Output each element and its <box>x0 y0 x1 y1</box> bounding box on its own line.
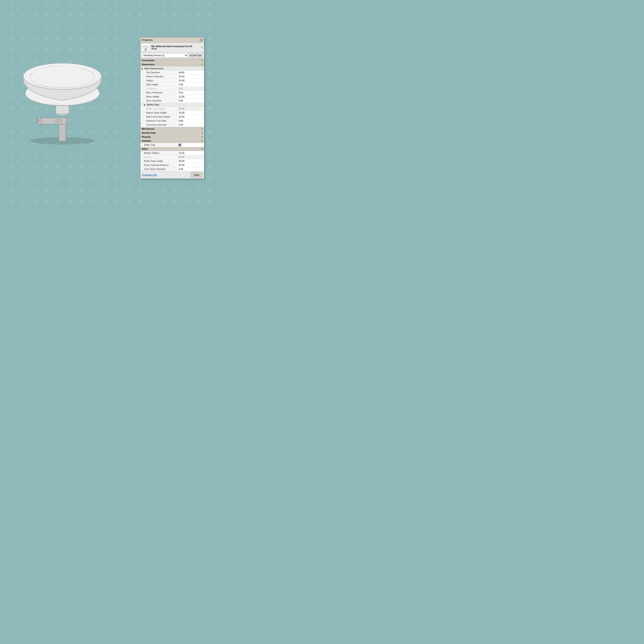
prop-name-drain-opening-distance: Drain Opening Distance <box>140 163 177 167</box>
prop-value-base-thickness[interactable]: 3.00 <box>177 91 204 95</box>
bottle-trap-checkbox[interactable] <box>179 144 181 146</box>
bottle-trap-expand-icon: ▶ <box>144 104 146 106</box>
prop-row-drain-diameter: Drain Diameter 5.00 <box>140 99 204 103</box>
category-selector[interactable]: Plumbing Fixtures (1) <box>142 53 188 58</box>
prop-row-inner-drain-diameter: Inner Drain Diameter 4.40 <box>140 167 204 171</box>
prop-row-connector-diameter: Connector Diameter 3.20 <box>140 123 204 127</box>
item-icon-box <box>142 43 150 52</box>
edit-type-button[interactable]: ⊞ Edit Type <box>189 53 203 58</box>
item-name-line2: White <box>151 47 192 50</box>
prop-row-drain-opening-distance: Drain Opening Distance 20.00 <box>140 163 204 167</box>
prop-value-wall-connection-height[interactable]: 15.00 <box>177 115 204 119</box>
header-dropdown-arrow[interactable]: ▼ <box>201 46 203 49</box>
mechanical-label: Mechanical <box>142 128 154 130</box>
properties-panel: Properties ✕ RD_Bathroom Sink Countertop… <box>140 37 204 179</box>
identity-data-collapse-icon: ⬇ <box>201 132 203 134</box>
group-main-dimensions[interactable]: ▶ Main Dimensions <box>140 66 204 70</box>
section-mechanical[interactable]: Mechanical ⬇ <box>140 127 204 131</box>
prop-row-bottom-body-height: Bottom Body Height 15.00 <box>140 111 204 115</box>
prop-row-base-thickness: Base Thickness 3.00 <box>140 91 204 95</box>
phasing-collapse-icon: ⬇ <box>201 136 203 138</box>
prop-row-thickness: Thickness 1.00 <box>140 87 204 91</box>
item-name: RD_Bathroom Sink Countertop Circ 04 Whit… <box>151 45 192 50</box>
prop-value-drain-diameter[interactable]: 5.00 <box>177 99 204 103</box>
prop-name-wall-connection-height: Wall Connection Height <box>140 115 177 119</box>
prop-value-connector-diameter[interactable]: 3.20 <box>177 123 204 127</box>
prop-name-bottle-trap-height: Bottle Trap Height <box>140 107 177 111</box>
section-dimensions[interactable]: Dimensions ⬆ <box>140 62 204 66</box>
main-dimensions-label: Main Dimensions <box>144 67 164 70</box>
svg-point-31 <box>145 48 147 49</box>
prop-value-bottle-trap-length[interactable]: 20.00 <box>177 159 204 163</box>
prop-value-visibility-bottle-trap[interactable] <box>177 143 204 147</box>
prop-value-bottom-diameter[interactable]: 22.00 <box>177 74 204 78</box>
svg-point-28 <box>25 63 100 88</box>
prop-value-distance-from-wall[interactable]: 0.00 <box>177 119 204 123</box>
group-bottle-trap[interactable]: ▶ Bottle Trap <box>140 103 204 107</box>
selector-row: Plumbing Fixtures (1) ⊞ Edit Type <box>140 53 204 58</box>
properties-scroll-area[interactable]: Constraints ⬆ Dimensions ⬆ ▶ Ma <box>140 58 204 171</box>
prop-value-inner-drain-diameter[interactable]: 4.40 <box>177 167 204 171</box>
prop-row-visibility-bottle-trap: Bottle Trap <box>140 143 204 147</box>
prop-row-bottom-diameter: Bottom Diameter 22.00 <box>140 74 204 78</box>
sink-icon <box>142 44 149 51</box>
prop-value-side-height[interactable]: 5.00 <box>177 83 204 87</box>
prop-value-radius: 20.00 <box>177 155 204 159</box>
prop-row-side-height: Side Height 5.00 <box>140 83 204 87</box>
properties-table: Constraints ⬆ Dimensions ⬆ ▶ Ma <box>140 58 204 171</box>
section-constraints[interactable]: Constraints ⬆ <box>140 58 204 62</box>
apply-button[interactable]: Apply <box>191 172 202 177</box>
prop-row-radius: Radius 20.00 <box>140 155 204 159</box>
prop-name-radius: Radius <box>140 155 177 159</box>
edit-type-label: Edit Type <box>192 54 201 57</box>
panel-header: RD_Bathroom Sink Countertop Circ 04 Whit… <box>140 43 204 53</box>
prop-value-height[interactable]: 15.00 <box>177 78 204 83</box>
section-visibility[interactable]: Visibility ⬆ <box>140 139 204 143</box>
prop-row-bottle-trap-length: Bottle Trap Length 20.00 <box>140 159 204 163</box>
prop-name-bottle-trap-length: Bottle Trap Length <box>140 159 177 163</box>
dimensions-label: Dimensions <box>142 63 155 66</box>
prop-row-height: Height 15.00 <box>140 78 204 83</box>
prop-value-drain-opening-distance[interactable]: 20.00 <box>177 163 204 167</box>
other-label: Other <box>142 148 148 150</box>
edit-type-grid-icon: ⊞ <box>190 54 192 57</box>
mechanical-collapse-icon: ⬇ <box>201 128 203 130</box>
visibility-label: Visibility <box>142 140 151 142</box>
prop-name-drain-diameter: Drain Diameter <box>140 99 177 103</box>
svg-rect-8 <box>36 120 39 122</box>
identity-data-label: Identity Data <box>142 132 156 134</box>
constraints-label: Constraints <box>142 59 155 62</box>
prop-name-connector-diameter: Connector Diameter <box>140 123 177 127</box>
svg-point-5 <box>55 119 62 123</box>
svg-rect-33 <box>144 50 147 51</box>
prop-row-bottom-radius: Bottom Radius 11.00 <box>140 151 204 155</box>
properties-help-link[interactable]: Properties help <box>142 174 157 176</box>
prop-name-basin-height: Basin Height <box>140 95 177 99</box>
panel-footer: Properties help Apply <box>140 171 204 179</box>
prop-value-bottom-radius[interactable]: 11.00 <box>177 151 204 155</box>
prop-value-top-diameter[interactable]: 40.00 <box>177 70 204 74</box>
item-name-line1: RD_Bathroom Sink Countertop Circ 04 <box>151 45 192 47</box>
prop-row-distance-from-wall: Distance From Wall 0.00 <box>140 119 204 123</box>
phasing-label: Phasing <box>142 136 151 138</box>
prop-name-side-height: Side Height <box>140 83 177 87</box>
sink-illustration <box>10 24 127 161</box>
prop-row-top-diameter: Top Diameter 40.00 <box>140 70 204 74</box>
prop-value-basin-height[interactable]: 12.00 <box>177 95 204 99</box>
dimensions-collapse-icon: ⬆ <box>201 63 203 65</box>
close-button[interactable]: ✕ <box>200 38 203 42</box>
main-dim-expand-icon: ▶ <box>142 68 143 70</box>
section-other[interactable]: Other ⬆ <box>140 147 204 151</box>
prop-name-distance-from-wall: Distance From Wall <box>140 119 177 123</box>
prop-name-base-thickness: Base Thickness <box>140 91 177 95</box>
section-identity-data[interactable]: Identity Data ⬇ <box>140 131 204 135</box>
prop-name-bottom-body-height: Bottom Body Height <box>140 111 177 115</box>
prop-value-bottom-body-height[interactable]: 15.00 <box>177 111 204 115</box>
bottle-trap-group-label: Bottle Trap <box>147 103 159 106</box>
prop-value-bottle-trap-height: 25.50 <box>177 107 204 111</box>
prop-name-height: Height <box>140 78 177 83</box>
section-phasing[interactable]: Phasing ⬇ <box>140 135 204 139</box>
prop-name-bottom-diameter: Bottom Diameter <box>140 74 177 78</box>
prop-row-basin-height: Basin Height 12.00 <box>140 95 204 99</box>
prop-row-bottle-trap-height: Bottle Trap Height 25.50 <box>140 107 204 111</box>
